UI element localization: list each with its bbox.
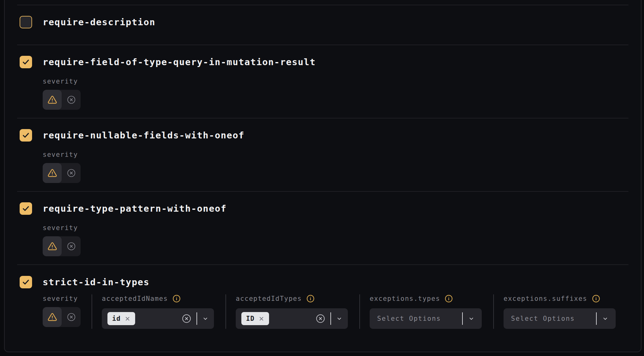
rule-options: severity: [43, 215, 628, 256]
chevron-down-icon[interactable]: [336, 316, 342, 322]
field-label: acceptedIdTypes: [236, 294, 302, 303]
rule-options: severity: [43, 68, 628, 110]
severity-toggle: [43, 90, 81, 110]
rule-name: require-description: [43, 17, 155, 27]
clear-all-icon[interactable]: [316, 314, 325, 323]
chevron-down-icon[interactable]: [602, 316, 608, 322]
dropdown-divider: [462, 312, 463, 325]
info-icon[interactable]: [306, 295, 315, 303]
warning-triangle-icon: [48, 312, 57, 322]
severity-warn-option[interactable]: [43, 236, 62, 256]
severity-warn-option[interactable]: [43, 163, 62, 183]
field-exceptions-suffixes: exceptions.suffixes Select Options: [504, 294, 616, 329]
warning-triangle-icon: [48, 95, 57, 104]
tag-chip: id: [107, 312, 135, 325]
severity-label: severity: [43, 77, 78, 86]
rule-enabled-checkbox[interactable]: [20, 129, 32, 142]
rule-row: require-field-of-type-query-in-mutation-…: [17, 45, 628, 118]
rule-header: require-type-pattern-with-oneof: [17, 202, 628, 215]
rule-row: require-description: [17, 5, 628, 45]
info-icon[interactable]: [173, 295, 181, 303]
field-acceptedidtypes: acceptedIdTypes ID: [236, 294, 348, 329]
field-exceptions-types: exceptions.types Select Options: [370, 294, 482, 329]
severity-column: severity: [43, 294, 92, 329]
rule-name: require-field-of-type-query-in-mutation-…: [43, 57, 316, 67]
select-placeholder: Select Options: [377, 315, 457, 322]
severity-label: severity: [43, 294, 92, 303]
rule-enabled-checkbox[interactable]: [20, 202, 32, 215]
info-icon[interactable]: [445, 295, 453, 303]
circle-x-icon: [67, 95, 76, 104]
severity-label: severity: [43, 224, 78, 232]
severity-off-option[interactable]: [62, 90, 81, 110]
tag-value: ID: [246, 315, 254, 322]
check-icon: [22, 131, 30, 139]
clear-all-icon[interactable]: [182, 314, 191, 323]
severity-label: severity: [43, 150, 78, 159]
severity-off-option[interactable]: [62, 163, 81, 183]
warning-triangle-icon: [48, 168, 57, 178]
dropdown-divider: [596, 312, 597, 325]
rule-options: severity: [43, 142, 628, 183]
exceptions-types-select[interactable]: Select Options: [370, 308, 482, 329]
remove-tag-icon[interactable]: [258, 316, 264, 322]
dropdown-divider: [197, 312, 197, 325]
rule-enabled-checkbox[interactable]: [20, 276, 32, 288]
rule-options: severity acceptedIdNames: [43, 294, 628, 329]
acceptedidtypes-multiselect[interactable]: ID: [236, 308, 348, 329]
tag-chip: ID: [241, 312, 269, 325]
rules-list: require-description require-field-of-typ…: [5, 0, 641, 352]
check-icon: [22, 58, 30, 66]
field-label: acceptedIdNames: [102, 294, 168, 303]
column-divider: [92, 294, 92, 329]
rule-name: require-nullable-fields-with-oneof: [43, 130, 244, 141]
severity-warn-option[interactable]: [43, 90, 62, 110]
info-icon[interactable]: [592, 295, 600, 303]
rule-enabled-checkbox[interactable]: [20, 56, 32, 68]
field-label: exceptions.types: [370, 294, 440, 303]
rule-name: strict-id-in-types: [43, 277, 149, 287]
rule-enabled-checkbox[interactable]: [20, 16, 32, 28]
tag-value: id: [112, 315, 121, 322]
remove-tag-icon[interactable]: [125, 316, 130, 322]
lint-rules-panel: require-description require-field-of-typ…: [4, 0, 642, 352]
severity-off-option[interactable]: [62, 236, 81, 256]
severity-off-option[interactable]: [62, 307, 81, 327]
rule-name: require-type-pattern-with-oneof: [43, 203, 227, 214]
circle-x-icon: [67, 169, 76, 177]
severity-toggle: [43, 307, 81, 327]
column-divider: [493, 294, 494, 329]
field-acceptedidnames: acceptedIdNames id: [102, 294, 214, 329]
column-divider: [225, 294, 226, 329]
rule-row: require-nullable-fields-with-oneof sever…: [17, 118, 628, 191]
field-label: exceptions.suffixes: [504, 294, 587, 303]
severity-warn-option[interactable]: [43, 307, 62, 327]
rule-row: require-type-pattern-with-oneof severity: [17, 191, 628, 264]
dropdown-divider: [330, 312, 331, 325]
acceptedidnames-multiselect[interactable]: id: [102, 308, 214, 329]
warning-triangle-icon: [48, 242, 57, 251]
select-placeholder: Select Options: [511, 315, 590, 322]
rule-header: strict-id-in-types: [17, 276, 628, 288]
check-icon: [22, 204, 30, 213]
chevron-down-icon[interactable]: [202, 316, 208, 322]
rule-header: require-field-of-type-query-in-mutation-…: [17, 56, 628, 68]
circle-x-icon: [67, 313, 76, 321]
check-icon: [22, 278, 30, 286]
exceptions-suffixes-select[interactable]: Select Options: [504, 308, 616, 329]
rule-header: require-description: [17, 16, 628, 28]
rule-row: strict-id-in-types severity: [17, 264, 628, 352]
severity-toggle: [43, 236, 81, 256]
rule-header: require-nullable-fields-with-oneof: [17, 129, 628, 142]
row-spacer: [17, 0, 628, 5]
chevron-down-icon[interactable]: [468, 316, 474, 322]
circle-x-icon: [67, 242, 76, 251]
column-divider: [359, 294, 360, 329]
severity-toggle: [43, 163, 81, 183]
